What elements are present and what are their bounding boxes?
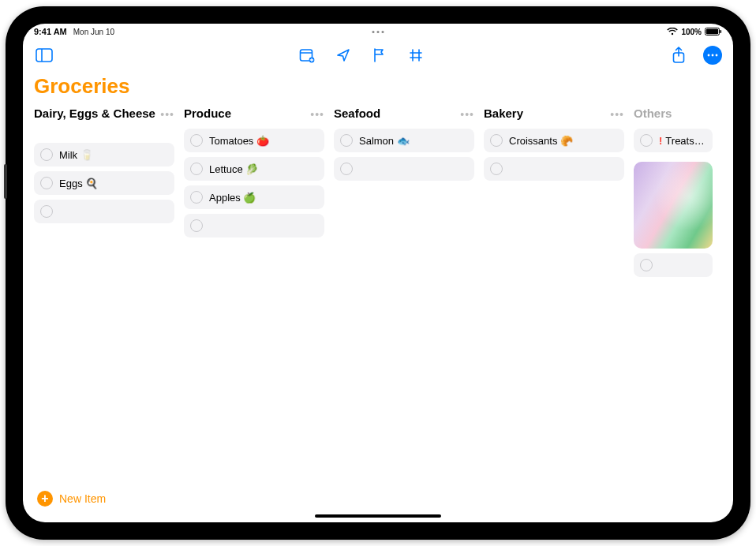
section-more-button[interactable]: ••• bbox=[160, 107, 174, 121]
status-bar: 9:41 AM Mon Jun 10 100% bbox=[23, 24, 733, 39]
complete-circle-icon[interactable] bbox=[490, 163, 503, 175]
reminder-label: Milk 🥛 bbox=[59, 149, 93, 161]
calendar-button[interactable] bbox=[297, 45, 317, 65]
reminder-label: Croissants 🥐 bbox=[509, 135, 573, 147]
complete-circle-icon[interactable] bbox=[640, 134, 653, 147]
reminder-item[interactable]: Milk 🥛 bbox=[34, 143, 174, 166]
section-more-button[interactable]: ••• bbox=[610, 107, 624, 121]
svg-point-10 bbox=[712, 54, 714, 57]
section-title: Produce bbox=[184, 107, 231, 122]
flag-button[interactable] bbox=[369, 45, 390, 65]
reminder-label: Lettuce 🥬 bbox=[209, 163, 258, 175]
home-indicator[interactable] bbox=[315, 514, 441, 518]
content: Groceries Dairy, Eggs & Cheese ••• Milk … bbox=[23, 71, 733, 522]
reminder-thumbnail[interactable] bbox=[634, 162, 713, 249]
ipad-frame: 9:41 AM Mon Jun 10 100% bbox=[6, 6, 750, 540]
complete-circle-icon[interactable] bbox=[490, 134, 503, 147]
complete-circle-icon[interactable] bbox=[190, 163, 203, 175]
section-title: Seafood bbox=[334, 107, 380, 122]
screen: 9:41 AM Mon Jun 10 100% bbox=[23, 24, 733, 522]
reminder-label: Eggs 🍳 bbox=[59, 178, 98, 189]
location-button[interactable] bbox=[333, 45, 354, 65]
reminder-label: Salmon 🐟 bbox=[359, 135, 410, 147]
section-more-button[interactable]: ••• bbox=[310, 107, 324, 121]
device-side-button bbox=[4, 164, 7, 199]
complete-circle-icon[interactable] bbox=[190, 219, 203, 232]
complete-circle-icon[interactable] bbox=[340, 134, 353, 147]
more-button[interactable] bbox=[703, 46, 722, 65]
section-produce: Produce ••• Tomatoes 🍅 Lettuce 🥬 bbox=[184, 107, 324, 237]
reminder-label: Apples 🍏 bbox=[209, 192, 256, 204]
reminder-item[interactable]: Croissants 🥐 bbox=[484, 129, 624, 152]
toolbar bbox=[23, 39, 733, 71]
status-left: 9:41 AM Mon Jun 10 bbox=[34, 27, 114, 36]
section-title: Bakery bbox=[484, 107, 523, 122]
reminder-item[interactable]: Tomatoes 🍅 bbox=[184, 129, 324, 152]
reminder-item[interactable]: Apples 🍏 bbox=[184, 185, 324, 209]
wifi-icon bbox=[667, 28, 678, 36]
battery-percent: 100% bbox=[681, 28, 702, 36]
status-date: Mon Jun 10 bbox=[73, 28, 114, 36]
svg-rect-3 bbox=[36, 49, 52, 62]
plus-circle-icon: + bbox=[37, 491, 53, 507]
footer: + New Item bbox=[34, 481, 722, 516]
toolbar-center-group bbox=[297, 45, 426, 65]
complete-circle-icon[interactable] bbox=[640, 259, 653, 271]
svg-rect-1 bbox=[706, 29, 718, 34]
reminder-item[interactable]: ! Treats for bbox=[634, 129, 713, 152]
reminder-label: Tomatoes 🍅 bbox=[209, 135, 269, 147]
section-title: Dairy, Eggs & Cheese bbox=[34, 107, 155, 122]
status-time: 9:41 AM bbox=[34, 27, 67, 36]
section-dairy: Dairy, Eggs & Cheese ••• Milk 🥛 Eggs 🍳 bbox=[34, 107, 174, 223]
share-button[interactable] bbox=[668, 45, 689, 65]
section-seafood: Seafood ••• Salmon 🐟 . bbox=[334, 107, 474, 181]
reminder-item-empty[interactable]: . bbox=[634, 253, 713, 277]
svg-point-11 bbox=[716, 54, 718, 57]
complete-circle-icon[interactable] bbox=[190, 134, 203, 147]
reminder-item[interactable]: Eggs 🍳 bbox=[34, 171, 174, 195]
section-bakery: Bakery ••• Croissants 🥐 . bbox=[484, 107, 624, 181]
new-item-button[interactable]: + New Item bbox=[37, 491, 106, 507]
new-item-label: New Item bbox=[59, 492, 106, 505]
priority-indicator: ! bbox=[659, 135, 662, 147]
reminder-item-empty[interactable]: . bbox=[184, 214, 324, 237]
list-title: Groceries bbox=[34, 74, 722, 99]
section-more-button[interactable]: ••• bbox=[460, 107, 474, 121]
svg-point-9 bbox=[708, 54, 710, 57]
sidebar-toggle-button[interactable] bbox=[34, 45, 54, 65]
sections-row: Dairy, Eggs & Cheese ••• Milk 🥛 Eggs 🍳 bbox=[34, 107, 722, 481]
complete-circle-icon[interactable] bbox=[190, 191, 203, 204]
reminder-item-empty[interactable]: . bbox=[484, 157, 624, 181]
reminder-item-empty[interactable]: . bbox=[34, 200, 174, 223]
section-others: Others ! Treats for . bbox=[634, 107, 713, 277]
section-title: Others bbox=[634, 107, 672, 122]
multitask-dots-icon[interactable] bbox=[372, 31, 384, 33]
complete-circle-icon[interactable] bbox=[40, 148, 53, 161]
reminder-item[interactable]: Salmon 🐟 bbox=[334, 129, 474, 152]
complete-circle-icon[interactable] bbox=[40, 205, 53, 218]
tag-button[interactable] bbox=[406, 45, 426, 65]
reminder-item-empty[interactable]: . bbox=[334, 157, 474, 181]
complete-circle-icon[interactable] bbox=[40, 177, 53, 189]
status-right: 100% bbox=[667, 28, 722, 36]
reminder-item[interactable]: Lettuce 🥬 bbox=[184, 157, 324, 181]
complete-circle-icon[interactable] bbox=[340, 163, 353, 175]
battery-icon bbox=[705, 28, 722, 36]
svg-rect-2 bbox=[720, 30, 722, 33]
reminder-label: Treats for bbox=[665, 135, 706, 147]
